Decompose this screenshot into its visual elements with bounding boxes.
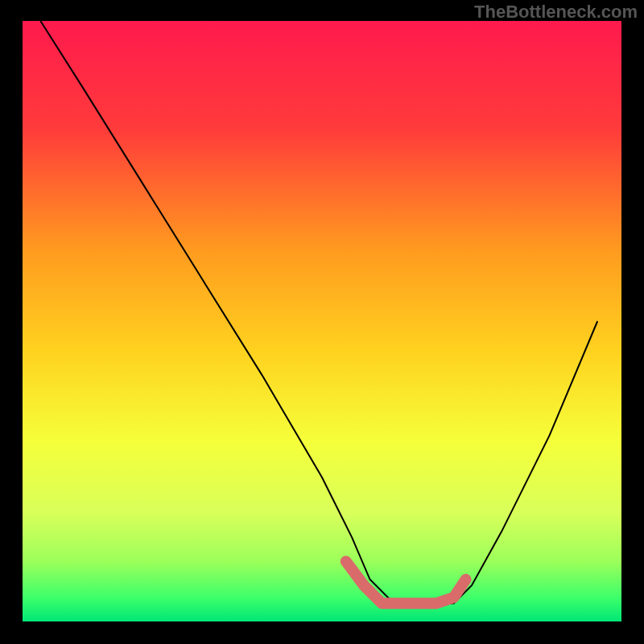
plot-background [23,21,621,621]
bottleneck-chart [0,0,644,644]
chart-container: TheBottleneck.com [0,0,644,644]
watermark-text: TheBottleneck.com [474,2,638,23]
